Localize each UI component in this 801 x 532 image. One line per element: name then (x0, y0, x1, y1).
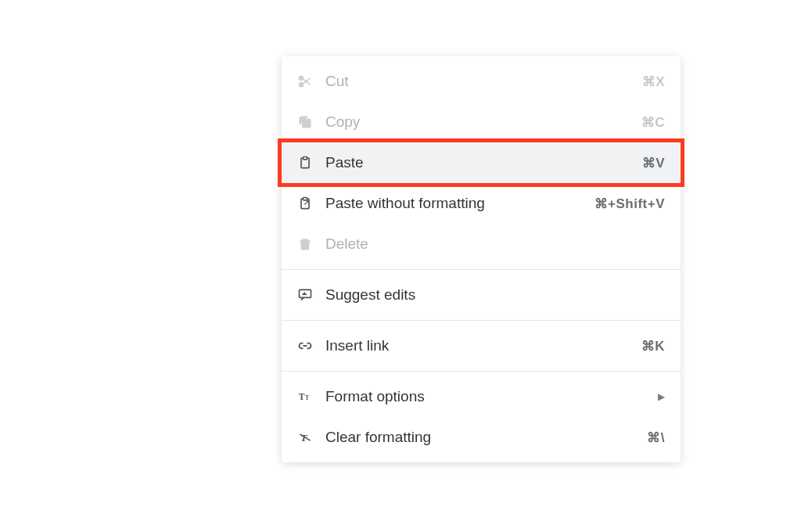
menu-item-paste-without-formatting[interactable]: Paste without formatting ⌘+Shift+V (282, 183, 681, 224)
menu-item-paste[interactable]: Paste ⌘V (282, 142, 681, 183)
paste-icon (297, 155, 319, 171)
menu-label: Insert link (325, 337, 641, 354)
menu-shortcut: ⌘K (641, 338, 665, 354)
menu-label: Paste (325, 154, 642, 171)
link-icon (297, 338, 319, 354)
menu-divider (282, 269, 681, 270)
svg-point-1 (300, 83, 304, 87)
menu-divider (282, 320, 681, 321)
suggest-icon (297, 287, 319, 303)
format-icon: T T (297, 389, 319, 404)
scissors-icon (297, 74, 319, 89)
menu-shortcut: ⌘\ (647, 430, 665, 446)
menu-item-format-options[interactable]: T T Format options ▶ (282, 376, 681, 417)
menu-label: Format options (325, 388, 652, 405)
menu-label: Delete (325, 235, 665, 253)
menu-label: Paste without formatting (325, 195, 594, 212)
menu-label: Cut (325, 73, 642, 90)
menu-shortcut: ⌘V (642, 155, 665, 171)
clear-format-icon: T (297, 430, 319, 445)
menu-item-copy[interactable]: Copy ⌘C (282, 102, 681, 142)
menu-item-clear-formatting[interactable]: T Clear formatting ⌘\ (282, 417, 681, 458)
chevron-right-icon: ▶ (658, 391, 665, 402)
paste-plain-icon (297, 196, 319, 211)
svg-rect-6 (304, 157, 307, 160)
menu-label: Clear formatting (325, 429, 647, 446)
menu-shortcut: ⌘C (641, 114, 665, 131)
menu-shortcut: ⌘X (642, 74, 665, 90)
svg-text:T: T (305, 394, 309, 401)
menu-shortcut: ⌘+Shift+V (594, 196, 665, 212)
menu-item-insert-link[interactable]: Insert link ⌘K (282, 325, 681, 366)
menu-divider (282, 371, 681, 372)
menu-item-delete[interactable]: Delete (282, 224, 681, 264)
svg-line-2 (304, 79, 311, 84)
delete-icon (297, 236, 319, 252)
svg-point-0 (300, 76, 304, 80)
menu-label: Copy (325, 113, 641, 131)
svg-text:T: T (299, 392, 305, 402)
context-menu: Cut ⌘X Copy ⌘C Paste ⌘V (282, 56, 681, 462)
copy-icon (297, 114, 319, 130)
menu-item-cut[interactable]: Cut ⌘X (282, 61, 681, 102)
svg-line-3 (304, 78, 311, 84)
menu-item-suggest-edits[interactable]: Suggest edits (282, 275, 681, 315)
menu-label: Suggest edits (325, 286, 665, 304)
svg-rect-8 (304, 198, 307, 200)
